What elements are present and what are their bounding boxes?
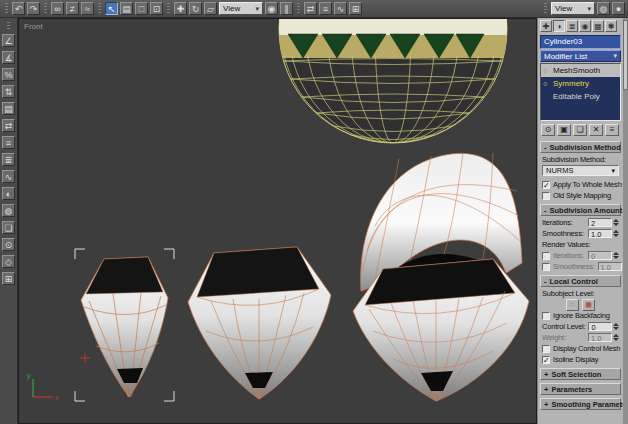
gem-smoothed[interactable] — [188, 247, 331, 399]
schematic-view-icon[interactable]: ⊞ — [349, 2, 362, 15]
curve-editor-icon[interactable]: ∿ — [334, 2, 347, 15]
tab-hierarchy[interactable]: ≣ — [566, 20, 578, 32]
rollout-subdivision-amount[interactable]: - Subdivision Amount — [540, 204, 621, 216]
make-unique-icon[interactable]: ❏ — [573, 124, 587, 136]
layer-manager-icon[interactable]: ≣ — [2, 153, 15, 166]
rollout-title: Parameters — [551, 385, 592, 394]
render-setup-icon[interactable]: ◍ — [2, 204, 15, 217]
tab-create[interactable]: ✚ — [540, 20, 552, 32]
control-level-spinner[interactable]: 0 — [588, 322, 612, 331]
toolbar-grip[interactable] — [44, 3, 47, 15]
mirror-icon[interactable]: ⇄ — [2, 119, 15, 132]
select-and-link-icon[interactable]: ∞ — [51, 2, 64, 15]
edge-subobject-icon[interactable]: ▦ — [582, 299, 595, 311]
unlink-selection-icon[interactable]: ≠ — [66, 2, 79, 15]
iterations-spinner[interactable]: 2 — [588, 218, 612, 227]
configure-modifier-sets-icon[interactable]: ≡ — [605, 124, 619, 136]
spinner-arrows[interactable] — [613, 230, 619, 237]
quick-render-icon[interactable]: ⊙ — [2, 238, 15, 251]
grid-toggle-icon[interactable]: ⊞ — [2, 272, 15, 285]
use-pivot-point-center-icon[interactable]: ◉ — [265, 2, 278, 15]
front-viewport[interactable]: Front — [18, 18, 537, 424]
material-editor-icon[interactable]: ◐ — [2, 187, 15, 200]
align-icon[interactable]: ≡ — [319, 2, 332, 15]
panel-scrollbar-thumb[interactable] — [623, 20, 628, 90]
bind-to-space-warp-icon[interactable]: ≈ — [81, 2, 94, 15]
spinner-arrows[interactable] — [613, 219, 619, 226]
ignore-backfacing-checkbox[interactable] — [542, 312, 550, 320]
modifier-enabled-bulb-icon[interactable]: ○ — [543, 67, 550, 74]
panel-scrollbar[interactable] — [623, 18, 628, 424]
rollout-parameters[interactable]: + Parameters — [540, 383, 621, 395]
percent-snap-icon[interactable]: % — [2, 68, 15, 81]
modifier-stack-item-editable-poly[interactable]: Editable Poly — [541, 90, 620, 103]
select-and-manipulate-icon[interactable]: ∥ — [280, 2, 293, 15]
weight-label: Weight: — [542, 333, 566, 342]
object-name-field[interactable]: Cylinder03 — [540, 35, 621, 49]
isoline-display-checkbox[interactable]: ✓ — [542, 356, 550, 364]
spinner-arrows[interactable] — [613, 334, 619, 341]
gem-lowpoly[interactable] — [75, 249, 174, 401]
vertex-subobject-icon[interactable]: ∴ — [566, 299, 579, 311]
render-smoothness-checkbox[interactable] — [542, 263, 550, 271]
select-and-rotate-icon[interactable]: ↻ — [189, 2, 202, 15]
rollout-local-control[interactable]: - Local Control — [540, 275, 621, 287]
toolbar-grip[interactable] — [5, 3, 8, 15]
rollout-soft-selection[interactable]: + Soft Selection — [540, 368, 621, 380]
command-panel: ✚ ◑ ≣ ◉ ▦ ✱ Cylinder03 Modifier List ▾ ○… — [537, 18, 628, 424]
tab-display[interactable]: ▦ — [592, 20, 604, 32]
viewport-label[interactable]: Front — [24, 22, 43, 31]
subdivision-method-dropdown[interactable]: NURMS ▾ — [542, 165, 619, 176]
render-frame-icon[interactable]: ❏ — [2, 221, 15, 234]
align-icon[interactable]: ≡ — [2, 136, 15, 149]
view-dropdown-right[interactable]: View ▾ — [551, 2, 595, 15]
toolbar-grip[interactable] — [98, 3, 101, 15]
mirror-icon[interactable]: ⇄ — [304, 2, 317, 15]
weight-spinner[interactable]: 1.0 — [588, 333, 612, 342]
graph-editors-icon[interactable]: ∿ — [2, 170, 15, 183]
select-by-name-icon[interactable]: ▤ — [120, 2, 133, 15]
helpers-icon[interactable]: ◇ — [2, 255, 15, 268]
select-and-move-icon[interactable]: ✚ — [174, 2, 187, 15]
select-and-uniform-scale-icon[interactable]: ▱ — [204, 2, 217, 15]
render-setup-icon[interactable]: ◍ — [597, 2, 610, 15]
modifier-list-dropdown[interactable]: Modifier List ▾ — [540, 50, 621, 62]
modifier-stack-item-symmetry[interactable]: ○ Symmetry — [541, 77, 620, 90]
tab-utilities[interactable]: ✱ — [605, 20, 617, 32]
old-style-mapping-checkbox[interactable] — [542, 192, 550, 200]
toolbar-grip[interactable] — [544, 3, 547, 15]
toolbar-grip[interactable] — [297, 3, 300, 15]
reference-coordinate-dropdown[interactable]: View ▾ — [219, 2, 263, 15]
window-crossing-toggle-icon[interactable]: ⊡ — [150, 2, 163, 15]
spinner-arrows[interactable] — [613, 323, 619, 330]
quick-render-icon[interactable]: ● — [612, 2, 625, 15]
redo-icon[interactable]: ↷ — [27, 2, 40, 15]
remove-modifier-icon[interactable]: ✕ — [589, 124, 603, 136]
modifier-enabled-bulb-icon[interactable]: ○ — [543, 80, 550, 87]
smoothness-spinner[interactable]: 1.0 — [588, 229, 612, 238]
tab-modify[interactable]: ◑ — [553, 20, 565, 32]
display-control-mesh-checkbox[interactable] — [542, 345, 550, 353]
toolbar-grip[interactable] — [167, 3, 170, 15]
rollout-smoothing-parameters[interactable]: + Smoothing Parameters — [540, 398, 621, 410]
render-iterations-spinner[interactable]: 0 — [588, 251, 612, 260]
render-smoothness-spinner[interactable]: 1.0 — [598, 262, 622, 271]
snap-toggle-icon[interactable]: ∠ — [2, 34, 15, 47]
pin-stack-icon[interactable]: ⊙ — [541, 124, 555, 136]
select-object-icon[interactable]: ↖ — [105, 2, 118, 15]
spinner-snap-icon[interactable]: ⇅ — [2, 85, 15, 98]
show-end-result-icon[interactable]: ▣ — [557, 124, 571, 136]
tab-motion[interactable]: ◉ — [579, 20, 591, 32]
toolbar-grip[interactable] — [7, 22, 10, 30]
rollout-subdivision-method[interactable]: - Subdivision Method — [540, 141, 621, 153]
edit-named-selection-sets-icon[interactable]: ▤ — [2, 102, 15, 115]
render-iterations-checkbox[interactable] — [542, 252, 550, 260]
angle-snap-icon[interactable]: ∡ — [2, 51, 15, 64]
wireframe-sphere[interactable] — [279, 19, 507, 143]
spinner-arrows[interactable] — [613, 252, 619, 259]
apply-to-whole-mesh-checkbox[interactable]: ✓ — [542, 181, 550, 189]
rectangular-selection-region-icon[interactable]: □ — [135, 2, 148, 15]
modifier-stack-item-meshsmooth[interactable]: ○ MeshSmooth — [541, 64, 620, 77]
undo-icon[interactable]: ↶ — [12, 2, 25, 15]
gem-high-smooth[interactable] — [353, 153, 529, 401]
